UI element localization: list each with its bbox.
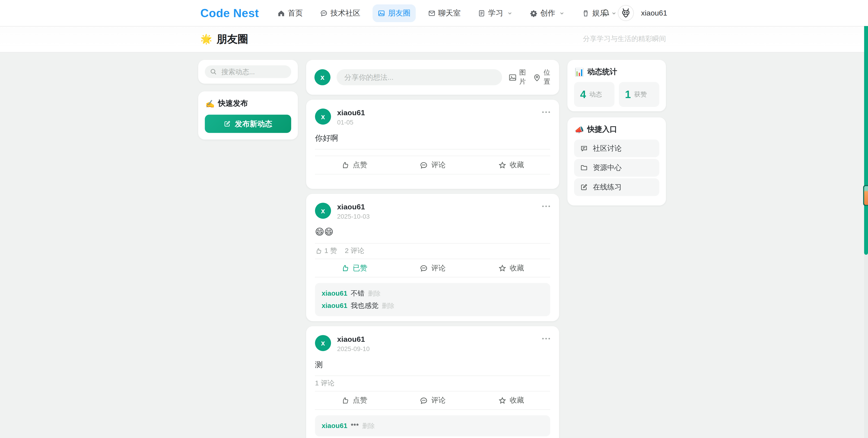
nav-right: xiaou61	[601, 0, 667, 26]
comment-author[interactable]: xiaou61	[322, 288, 347, 300]
favorite-button[interactable]: 收藏	[472, 160, 550, 170]
chevron-down-icon	[507, 10, 513, 16]
quick-publish-heading: ✍️ 快速发布	[198, 91, 298, 109]
stat-posts: 4 动态	[574, 82, 614, 107]
avatar[interactable]: x	[315, 203, 331, 218]
likes-text: 1 赞	[324, 246, 337, 256]
add-image-button[interactable]: 图片	[508, 69, 527, 86]
comments-section: xiaou61 *** 删除	[315, 415, 550, 436]
main-nav: 首页 技术社区 朋友圈 聊天室	[272, 0, 622, 26]
delete-comment-button[interactable]: 删除	[368, 288, 380, 300]
comment-label: 评论	[431, 395, 446, 405]
activity-stats-heading: 📊 动态统计	[567, 60, 666, 77]
discussion-icon	[580, 144, 588, 152]
like-button[interactable]: 点赞	[315, 395, 393, 405]
comment-item: xiaou61 *** 删除	[322, 420, 544, 432]
nav-item-community[interactable]: 技术社区	[315, 4, 365, 22]
link-label: 资源中心	[593, 163, 622, 173]
favorite-button[interactable]: 收藏	[472, 263, 550, 273]
star-icon	[498, 264, 506, 272]
practice-edit-icon	[580, 183, 588, 191]
page-header: 🌟 朋友圈 分享学习与生活的精彩瞬间	[0, 26, 868, 53]
moments-icon	[378, 9, 385, 17]
post-menu-icon[interactable]	[542, 338, 550, 340]
link-resource-center[interactable]: 资源中心	[574, 159, 659, 176]
link-label: 在线练习	[593, 182, 622, 192]
user-avatar[interactable]	[618, 5, 634, 21]
logo[interactable]: Code Nest	[200, 0, 259, 26]
post-date: 2025-10-03	[337, 213, 370, 220]
create-gear-icon	[530, 9, 537, 17]
quick-links-title: 快捷入口	[587, 124, 617, 135]
image-button-label: 图片	[519, 69, 526, 86]
page-title-text: 朋友圈	[216, 32, 248, 46]
comment-author[interactable]: xiaou61	[322, 420, 347, 432]
quick-links-heading: 📣 快捷入口	[567, 117, 666, 135]
favorite-label: 收藏	[510, 395, 524, 405]
link-label: 社区讨论	[593, 144, 622, 153]
nav-item-home[interactable]: 首页	[272, 4, 308, 22]
search-input[interactable]	[220, 67, 286, 76]
comment-button[interactable]: 评论	[393, 160, 472, 170]
scrollbar-thumb[interactable]	[864, 26, 868, 255]
comment-button[interactable]: 评论	[393, 263, 472, 273]
stat-value: 4	[580, 88, 586, 100]
delete-comment-button[interactable]: 删除	[362, 420, 375, 432]
post-author[interactable]: xiaou61	[337, 109, 365, 117]
like-label: 点赞	[353, 160, 367, 170]
nav-item-chatroom[interactable]: 聊天室	[423, 4, 466, 22]
comment-text: 不错	[351, 288, 365, 300]
post-menu-icon[interactable]	[542, 205, 550, 208]
image-icon	[508, 73, 517, 82]
avatar[interactable]: x	[315, 335, 331, 351]
nav-item-moments[interactable]: 朋友圈	[372, 4, 415, 22]
link-community-discussion[interactable]: 社区讨论	[574, 140, 659, 157]
search-box[interactable]	[205, 65, 291, 78]
publish-new-post-button[interactable]: 发布新动态	[205, 115, 291, 133]
composer-input[interactable]	[337, 69, 502, 85]
comment-item: xiaou61 我也感觉 删除	[322, 299, 544, 312]
post-stats-row: 1 赞 2 评论	[315, 243, 550, 259]
avatar[interactable]: x	[315, 109, 331, 124]
nav-item-study[interactable]: 学习	[473, 4, 518, 22]
comment-icon	[420, 396, 428, 405]
post-author[interactable]: xiaou61	[337, 203, 370, 211]
add-location-button[interactable]: 位置	[533, 69, 551, 86]
bar-chart-icon: 📊	[575, 67, 584, 76]
comment-button[interactable]: 评论	[393, 395, 472, 405]
like-button[interactable]: 点赞	[315, 160, 393, 170]
link-online-practice[interactable]: 在线练习	[574, 178, 659, 196]
thumbs-up-icon	[341, 396, 349, 405]
comments-section: xiaou61 不错 删除 xiaou61 我也感觉 删除	[315, 283, 550, 316]
search-card	[198, 60, 298, 84]
comment-text: 我也感觉	[351, 299, 378, 312]
delete-comment-button[interactable]: 删除	[382, 299, 395, 312]
composer-card: x 图片 位置	[306, 60, 559, 95]
bell-icon[interactable]	[601, 8, 611, 18]
scrollbar-widget[interactable]	[863, 185, 868, 206]
username[interactable]: xiaou61	[641, 9, 667, 17]
glowing-star-icon: 🌟	[200, 33, 212, 45]
post-content: 测	[306, 352, 559, 370]
post-author[interactable]: xiaou61	[337, 335, 370, 343]
likes-count: 1 赞	[315, 246, 337, 256]
post-actions: 已赞 评论 收藏	[315, 259, 550, 278]
folder-icon	[580, 164, 588, 172]
post-menu-icon[interactable]	[542, 111, 550, 114]
comment-author[interactable]: xiaou61	[322, 299, 347, 312]
nav-label: 创作	[540, 8, 555, 18]
like-button[interactable]: 已赞	[315, 263, 393, 273]
post-date: 01-05	[337, 119, 365, 126]
home-icon	[277, 9, 285, 17]
quick-publish-title: 快速发布	[218, 98, 248, 109]
comment-label: 评论	[431, 263, 446, 273]
community-icon	[320, 9, 328, 17]
avatar[interactable]: x	[314, 69, 331, 85]
comment-text: ***	[351, 420, 359, 432]
post-card: x xiaou61 2025-09-10 测 1 评论 点赞	[306, 326, 559, 438]
stat-label: 获赞	[634, 90, 647, 98]
nav-item-create[interactable]: 创作	[525, 4, 569, 22]
activity-stats-title: 动态统计	[587, 67, 617, 77]
nav-label: 首页	[288, 8, 303, 18]
favorite-button[interactable]: 收藏	[472, 395, 550, 405]
